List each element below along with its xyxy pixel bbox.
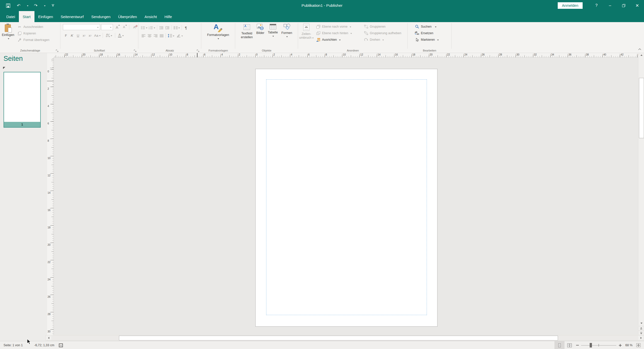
chevron-down-icon [8, 38, 9, 40]
dialog-launcher-clipboard[interactable] [56, 49, 59, 52]
vertical-ruler[interactable]: 024681012141618202224262830 [47, 57, 54, 336]
fit-page-button[interactable] [635, 341, 642, 349]
page-thumbnail[interactable]: 1 [4, 72, 41, 128]
select-button[interactable]: Markieren [414, 36, 451, 43]
text-wrap-button[interactable]: Zeilen-umbruch [298, 23, 315, 46]
borders-button[interactable] [175, 33, 184, 39]
save-button[interactable] [5, 2, 12, 9]
horizontal-ruler[interactable]: 2220181614121086420246810121416182022242… [54, 53, 638, 58]
increase-indent-button[interactable] [164, 25, 170, 31]
close-button[interactable]: ✕ [630, 0, 644, 11]
align-center-button[interactable] [146, 33, 152, 39]
tab-datei[interactable]: Datei [3, 11, 19, 22]
underline-button[interactable]: U [75, 32, 81, 38]
vertical-scrollbar[interactable] [638, 53, 644, 326]
group-paragraph: 123 ¶ [138, 22, 201, 53]
columns-button[interactable] [173, 25, 181, 31]
tab-seitenentwurf[interactable]: Seitenentwurf [57, 11, 88, 22]
align-objects-button[interactable]: Ausrichten [315, 36, 363, 43]
next-page-button[interactable] [638, 331, 644, 335]
numbering-button[interactable]: 123 [148, 25, 156, 31]
h-ruler-number: 18 [100, 53, 103, 56]
show-formatting-button[interactable]: ¶ [183, 25, 189, 31]
group-objects-button[interactable]: Gruppieren [363, 23, 403, 30]
dialog-launcher-font[interactable] [134, 49, 137, 52]
align-right-button[interactable] [152, 33, 158, 39]
ungroup-objects-button[interactable]: Gruppierung aufheben [363, 30, 403, 36]
previous-page-button[interactable] [638, 326, 644, 331]
find-button[interactable]: Suchen [414, 23, 451, 30]
redo-dropdown[interactable] [43, 2, 46, 9]
shrink-font-button[interactable]: A [121, 24, 127, 30]
rotate-objects-button[interactable]: Drehen [363, 36, 403, 43]
zoom-out-button[interactable] [575, 341, 580, 349]
replace-button[interactable]: ab ac Ersetzen [414, 30, 451, 36]
bring-forward-button[interactable]: Ebene nach vorne [315, 23, 363, 30]
tab-sendungen[interactable]: Sendungen [88, 11, 114, 22]
paste-button[interactable]: Einfügen [0, 23, 16, 46]
cursor-position-indicator[interactable]: -6,72; 1,33 cm [34, 343, 54, 347]
page-indicator[interactable]: Seite: 1 von 1 [4, 343, 28, 347]
collapse-panel-icon[interactable] [3, 67, 5, 69]
draw-textbox-button[interactable]: A Textfelderstellen [239, 23, 254, 46]
superscript-button[interactable]: x2 [87, 32, 93, 38]
shapes-button[interactable]: Formen [280, 23, 294, 46]
redo-button[interactable]: ↷ [32, 2, 39, 9]
undo-button[interactable]: ↶ [15, 2, 22, 9]
single-page-view-button[interactable] [554, 341, 565, 349]
tab-start[interactable]: Start [19, 11, 34, 22]
italic-button[interactable]: K [69, 32, 75, 38]
change-case-button[interactable]: Aa [93, 32, 102, 38]
vertical-scrollbar-thumb[interactable] [639, 78, 644, 138]
font-size-combobox[interactable] [101, 24, 113, 30]
table-button[interactable]: Tabelle [266, 23, 279, 46]
restore-button[interactable] [617, 0, 630, 11]
decrease-indent-button[interactable] [158, 25, 164, 31]
group-editing: Suchen ab ac Ersetzen Markieren Bearbeit… [408, 22, 452, 53]
character-spacing-button[interactable]: AV [104, 32, 114, 38]
zoom-slider-thumb[interactable] [590, 343, 592, 347]
justify-button[interactable] [158, 33, 165, 39]
font-name-combobox[interactable] [63, 24, 100, 30]
sign-in-button[interactable]: Anmelden [558, 2, 583, 9]
help-button[interactable]: ? [590, 0, 603, 11]
dialog-launcher-paragraph[interactable] [197, 49, 200, 52]
scroll-up-button[interactable] [638, 53, 644, 58]
subscript-button[interactable]: x2 [81, 32, 87, 38]
text-wrap-icon [303, 24, 310, 31]
minimize-button[interactable]: – [603, 0, 617, 11]
copy-button[interactable]: Kopieren [16, 30, 51, 37]
tab-hilfe[interactable]: Hilfe [161, 11, 176, 22]
cut-button[interactable]: ✂ Ausschneiden [16, 24, 51, 30]
line-spacing-button[interactable] [167, 33, 175, 39]
zoom-in-button[interactable] [617, 341, 623, 349]
workspace-canvas[interactable] [54, 57, 638, 336]
send-backward-button[interactable]: Ebene nach hinten [315, 30, 363, 36]
customize-qat-button[interactable] [49, 2, 56, 9]
clear-formatting-button[interactable]: A [131, 24, 137, 30]
align-left-button[interactable] [140, 33, 146, 39]
horizontal-scrollbar[interactable] [46, 335, 644, 340]
scroll-right-button[interactable] [638, 335, 644, 340]
bold-button[interactable]: F [63, 32, 69, 38]
font-color-button[interactable]: A [116, 32, 125, 38]
scroll-down-button[interactable] [638, 321, 644, 326]
zoom-percentage[interactable]: 68 % [623, 343, 635, 347]
publication-page[interactable] [255, 69, 437, 327]
bullets-button[interactable] [140, 25, 148, 31]
tab-ueberpruefen[interactable]: Überprüfen [114, 11, 141, 22]
scroll-left-button[interactable] [46, 335, 51, 340]
two-page-spread-button[interactable] [565, 341, 575, 349]
tab-einfuegen[interactable]: Einfügen [34, 11, 57, 22]
chevron-down-icon [382, 39, 384, 41]
pictures-button[interactable]: Bilder [255, 23, 266, 46]
styles-button[interactable]: A Formatvorlagen [206, 23, 231, 46]
collapse-ribbon-button[interactable] [638, 47, 641, 51]
format-painter-button[interactable]: Format übertragen [16, 37, 51, 43]
v-ruler-number: 18 [48, 226, 51, 229]
grow-font-button[interactable]: A [114, 24, 120, 30]
undo-dropdown[interactable] [26, 2, 29, 9]
zoom-slider[interactable] [581, 341, 616, 349]
horizontal-scrollbar-thumb[interactable] [119, 336, 558, 340]
tab-ansicht[interactable]: Ansicht [141, 11, 160, 22]
